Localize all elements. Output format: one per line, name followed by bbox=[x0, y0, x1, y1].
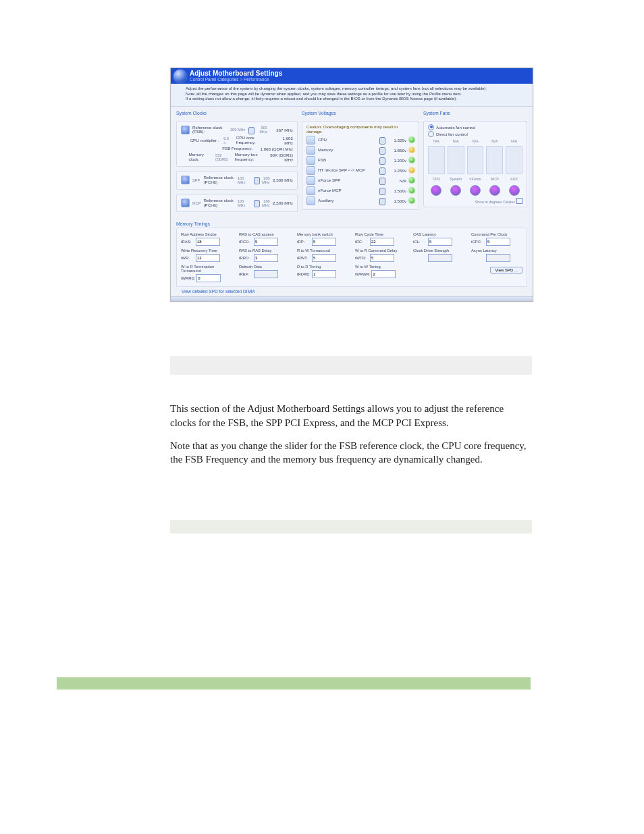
mem-bus-val: 80K (DDR2) MHz bbox=[267, 153, 293, 162]
timing-input[interactable] bbox=[312, 254, 336, 262]
fan-icon bbox=[509, 185, 520, 196]
timing-input[interactable] bbox=[370, 238, 394, 246]
voltage-icon bbox=[306, 197, 315, 205]
timing-cell: RAS to RAS DelaytRRD: bbox=[239, 249, 290, 262]
timing-input[interactable] bbox=[371, 270, 396, 278]
voltage-icon bbox=[306, 186, 315, 195]
breadcrumb: Control Panel Categories > Performance bbox=[190, 77, 527, 82]
status-led bbox=[409, 167, 414, 173]
timing-input[interactable] bbox=[428, 238, 452, 246]
fans-section: Automatic fan control Direct fan control… bbox=[423, 121, 527, 207]
fan-celsius-toggle[interactable]: Show in degrees Celsius bbox=[428, 198, 522, 204]
timing-input[interactable] bbox=[254, 238, 278, 246]
screenshot-panel: Adjust Motherboard Settings Control Pane… bbox=[170, 68, 533, 302]
view-spd-link[interactable]: View detailed SPD for selected DIMM bbox=[182, 289, 254, 294]
timing-input[interactable] bbox=[312, 238, 336, 246]
voltage-name: FSB bbox=[318, 158, 376, 163]
fsb-slider[interactable] bbox=[248, 129, 250, 131]
timing-title: Async Latency bbox=[471, 249, 522, 253]
timing-input[interactable] bbox=[196, 238, 220, 246]
voltage-slider[interactable] bbox=[379, 139, 383, 141]
timing-input[interactable] bbox=[486, 238, 510, 246]
fsb-mhz: 267 MHz bbox=[270, 128, 293, 132]
voltage-slider[interactable] bbox=[379, 180, 383, 182]
timing-input[interactable] bbox=[254, 254, 278, 262]
fsb-freq-label: FSB Frequency: bbox=[222, 147, 252, 151]
voltages-section: Caution: Overvoltaging components may re… bbox=[302, 121, 419, 210]
timing-cell: Write Recovery TimetWR: bbox=[181, 249, 232, 262]
fan-bar[interactable] bbox=[467, 146, 484, 174]
voltage-name: Auxiliary bbox=[318, 199, 376, 203]
timing-abbr: tRP: bbox=[297, 240, 311, 244]
fan-bar[interactable] bbox=[428, 146, 445, 174]
voltage-row: Auxiliary1.500v bbox=[306, 197, 414, 205]
fan-bar[interactable] bbox=[448, 146, 464, 174]
timing-cell: R to W TurnaroundtRWT: bbox=[297, 249, 348, 262]
voltage-slider[interactable] bbox=[379, 159, 383, 161]
timing-title: RAS to CAS access bbox=[239, 232, 290, 236]
voltage-row: nForce SPPN/A bbox=[306, 176, 414, 185]
timing-title: Row Cycle Time bbox=[355, 232, 406, 236]
timing-cell: CAS LatencytCL: bbox=[413, 232, 464, 246]
timing-title: W to W Timing bbox=[355, 265, 406, 269]
timing-abbr: tRC: bbox=[355, 240, 369, 244]
fsb-freq-val: 1,068 (QDR) Mhz bbox=[255, 147, 293, 151]
timing-abbr: tRCD: bbox=[239, 240, 252, 244]
fan-direct-radio[interactable]: Direct fan control bbox=[428, 131, 522, 137]
voltage-row: CPU1.325v bbox=[306, 136, 414, 145]
voltage-value: 1.850v bbox=[386, 148, 406, 153]
fan-bar[interactable] bbox=[486, 146, 503, 174]
desc-line: Adjust the performance of the system by … bbox=[186, 86, 527, 92]
timing-cell: W to W TimingtWRWR: bbox=[355, 265, 406, 282]
timing-input[interactable] bbox=[196, 254, 220, 262]
timing-title: Write Recovery Time bbox=[181, 249, 232, 253]
spp-label: Reference clock (PCI-E) bbox=[204, 176, 235, 185]
voltage-row: HT nForce SPP <-> MCP1.250v bbox=[306, 166, 414, 175]
voltage-icon bbox=[306, 166, 315, 175]
voltage-slider[interactable] bbox=[379, 170, 383, 172]
fan-col-label: CPU bbox=[428, 177, 445, 181]
view-spd-button[interactable]: View SPD ... bbox=[490, 267, 522, 273]
fan-na-label: N/A bbox=[448, 139, 464, 143]
cpu-mult-val: 6.0 x bbox=[223, 136, 231, 145]
voltage-name: nForce SPP bbox=[318, 178, 376, 183]
section-heading-voltages: System Voltages bbox=[302, 111, 419, 115]
paragraph: This section of the Adjust Motherboard S… bbox=[170, 402, 532, 429]
timing-title: Row Address Strobe bbox=[181, 232, 232, 236]
timing-title: CAS Latency bbox=[413, 232, 464, 236]
timing-input[interactable] bbox=[196, 274, 221, 282]
fan-col-label: MCP bbox=[486, 177, 503, 181]
cpu-core-label: CPU core frequency: bbox=[236, 136, 270, 145]
timing-title: Refresh Rate bbox=[239, 265, 290, 269]
timing-abbr: tRRD: bbox=[239, 256, 252, 260]
timing-abbr: tREF: bbox=[239, 272, 252, 276]
status-led bbox=[409, 157, 414, 163]
cpu-mult-label: CPU multiplier : bbox=[190, 138, 221, 143]
fan-col-label: System bbox=[448, 177, 464, 181]
fan-auto-radio[interactable]: Automatic fan control bbox=[428, 124, 522, 130]
fan-bar[interactable] bbox=[506, 146, 522, 174]
clocks-section: Reference clock (FSB): 209 MHz 500 MHz 2… bbox=[176, 121, 298, 167]
timing-input[interactable] bbox=[312, 270, 336, 278]
spp-icon bbox=[181, 176, 190, 184]
section-heading-clocks: System Clocks bbox=[176, 111, 298, 115]
mcp-mhz: 2,500 MHz bbox=[273, 201, 293, 205]
fan-na-label: N/A bbox=[506, 139, 522, 143]
timing-title: R to W Turnaround bbox=[297, 249, 348, 253]
timing-cell: R to R TimingtRDRD: bbox=[297, 265, 348, 282]
timing-input[interactable] bbox=[370, 254, 394, 262]
mcp-val: 100 MHz bbox=[238, 199, 251, 207]
voltage-row: Memory1.850v bbox=[306, 146, 414, 155]
voltage-value: 1.200v bbox=[386, 158, 406, 163]
timing-title: Command Per Clock bbox=[471, 232, 522, 236]
mem-clk-label: Memory clock: bbox=[189, 153, 213, 162]
voltage-slider[interactable] bbox=[379, 190, 383, 192]
voltage-slider[interactable] bbox=[379, 200, 383, 202]
voltage-slider[interactable] bbox=[379, 149, 383, 151]
control-panel-icon bbox=[173, 70, 187, 83]
mcp-icon bbox=[181, 199, 190, 207]
timing-cell: Clock Drive Strength bbox=[413, 249, 464, 262]
fsb-max: 500 MHz bbox=[252, 126, 267, 134]
voltage-name: nForce MCP bbox=[318, 188, 376, 193]
fan-na-label: N/A bbox=[486, 139, 503, 143]
